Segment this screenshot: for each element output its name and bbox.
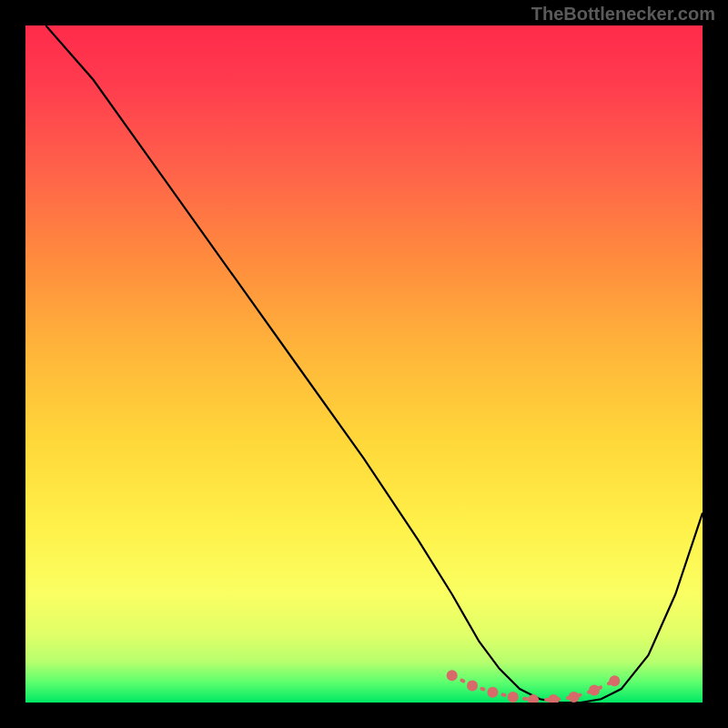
chart-svg	[25, 25, 703, 703]
marker-dot	[609, 675, 620, 686]
marker-dot	[467, 680, 478, 691]
marker-dot	[508, 692, 519, 703]
plot-area	[25, 25, 703, 703]
marker-dot	[569, 692, 580, 703]
marker-dot	[589, 685, 600, 696]
watermark-text: TheBottlenecker.com	[531, 4, 715, 25]
marker-dot	[447, 670, 458, 681]
marker-dot	[528, 694, 539, 703]
marker-dot	[548, 694, 559, 703]
bottleneck-curve	[46, 25, 703, 703]
optimal-range-markers	[447, 670, 621, 703]
marker-dot	[487, 687, 498, 698]
